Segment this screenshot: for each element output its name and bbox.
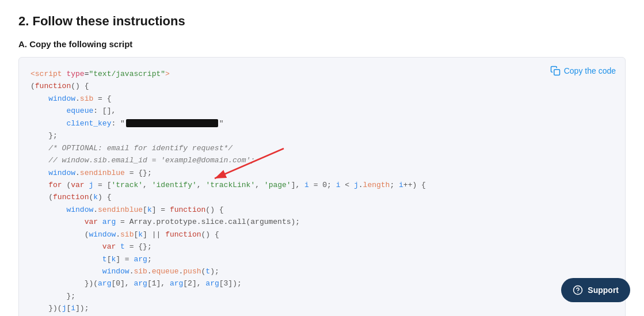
svg-rect-0 xyxy=(554,70,559,75)
code-container: Copy the code <script type="text/javascr… xyxy=(18,57,626,316)
page-heading: 2. Follow these instructions xyxy=(18,14,626,29)
copy-code-button[interactable]: Copy the code xyxy=(550,66,616,76)
sub-heading: A. Copy the following script xyxy=(18,39,626,49)
support-button-label: Support xyxy=(588,285,619,295)
copy-icon xyxy=(550,66,561,76)
copy-button-label: Copy the code xyxy=(564,66,616,75)
support-button[interactable]: Support xyxy=(561,278,630,302)
support-icon xyxy=(573,285,583,295)
code-block: <script type="text/javascript"> (functio… xyxy=(31,68,613,315)
